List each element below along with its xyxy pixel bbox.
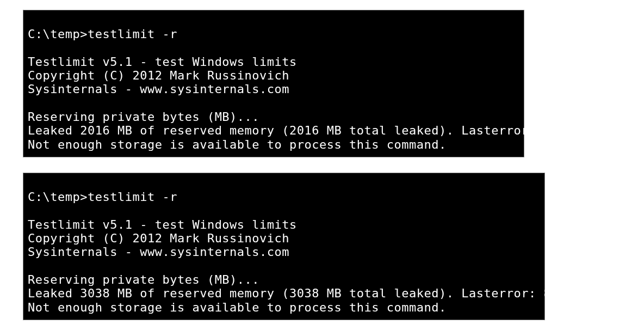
output-line: Leaked 3038 MB of reserved memory (3038 … [28, 286, 551, 300]
output-line: Not enough storage is available to proce… [28, 301, 447, 314]
figure-caption: FIGURE 10-9 TestLimit leaking memory on … [23, 333, 610, 336]
banner-line: Testlimit v5.1 - test Windows limits [28, 55, 297, 69]
figure-page: C:\temp>testlimit -r Testlimit v5.1 - te… [0, 0, 644, 336]
output-line: Reserving private bytes (MB)... [28, 110, 259, 124]
terminal-output-1: C:\temp>testlimit -r Testlimit v5.1 - te… [23, 10, 524, 157]
terminal-output-2: C:\temp>testlimit -r Testlimit v5.1 - te… [23, 173, 545, 320]
banner-line: Sysinternals - www.sysinternals.com [28, 245, 289, 259]
output-line: Leaked 2016 MB of reserved memory (2016 … [28, 124, 551, 137]
banner-line: Copyright (C) 2012 Mark Russinovich [28, 69, 289, 82]
output-line: Not enough storage is available to proce… [28, 138, 447, 151]
banner-line: Testlimit v5.1 - test Windows limits [28, 218, 297, 231]
output-line: Reserving private bytes (MB)... [28, 273, 259, 286]
banner-line: Copyright (C) 2012 Mark Russinovich [28, 231, 289, 245]
cmd-prompt-2: C:\temp>testlimit -r [28, 190, 177, 204]
banner-line: Sysinternals - www.sysinternals.com [28, 82, 289, 96]
cmd-prompt-1: C:\temp>testlimit -r [28, 27, 177, 41]
